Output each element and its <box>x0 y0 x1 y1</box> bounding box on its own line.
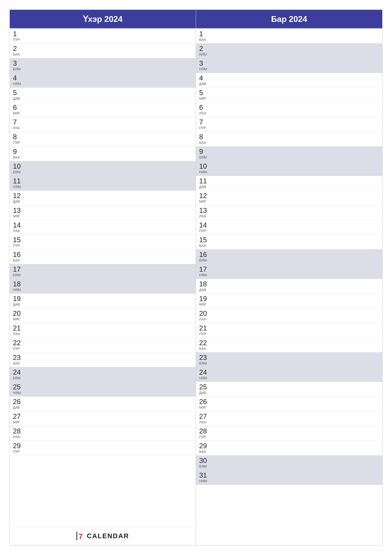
day-number-block: 7 ПҮР <box>199 119 212 130</box>
day-number-block: 9 БЯМ <box>199 148 212 160</box>
day-row: 12 МЯГ <box>196 191 382 205</box>
day-name: ЛХА <box>199 420 212 424</box>
day-row: 27 ЛХА <box>196 411 382 426</box>
day-row: 4 НЯМ <box>10 73 196 88</box>
day-number: 7 <box>199 119 212 126</box>
day-number-block: 6 ЛХА <box>199 104 212 115</box>
day-number: 24 <box>199 369 212 376</box>
day-number-block: 23 БАА <box>13 354 26 365</box>
day-name: ПҮР <box>13 38 26 42</box>
day-row: 1 БАА <box>196 29 382 44</box>
day-number-block: 17 НЯМ <box>199 266 212 277</box>
svg-rect-0 <box>76 532 77 540</box>
day-number: 20 <box>13 310 26 317</box>
day-number-block: 27 МЯГ <box>13 413 26 424</box>
day-row: 5 МЯГ <box>196 88 382 102</box>
day-row: 23 БАА <box>10 352 196 367</box>
day-row: 3 НЯМ <box>196 58 382 73</box>
day-row: 14 ЛХА <box>10 220 196 235</box>
day-number-block: 28 ЛХА <box>13 428 26 439</box>
day-name: ЛХА <box>199 111 212 115</box>
day-number: 22 <box>199 339 212 346</box>
day-number-block: 2 БЯМ <box>199 45 212 57</box>
day-number: 9 <box>13 148 26 155</box>
day-row: 20 ЛХА <box>196 308 382 323</box>
day-row: 15 ПҮР <box>10 235 196 249</box>
day-name: ЛХА <box>13 126 26 130</box>
day-row: 17 БЯМ <box>10 264 196 279</box>
day-number-block: 16 БАА <box>13 251 26 263</box>
day-row: 7 ПҮР <box>196 117 382 132</box>
day-number: 27 <box>13 413 26 420</box>
day-number: 12 <box>13 192 26 199</box>
day-name: ЛХА <box>13 332 26 336</box>
day-row: 18 ДАВ <box>196 279 382 294</box>
day-name: НЯМ <box>13 185 26 189</box>
day-number-block: 21 ПҮР <box>199 325 212 336</box>
day-row: 4 ДАВ <box>196 73 382 88</box>
day-number: 13 <box>199 207 212 214</box>
day-row: 15 БАА <box>196 235 382 249</box>
day-number-block: 26 МЯГ <box>199 398 212 410</box>
day-number: 3 <box>13 60 26 67</box>
day-row: 8 БАА <box>196 132 382 146</box>
day-number: 18 <box>199 280 212 287</box>
day-name: НЯМ <box>199 376 212 380</box>
day-name: МЯГ <box>13 317 26 321</box>
logo-text: CALENDAR <box>87 532 129 540</box>
day-row: 25 НЯМ <box>10 382 196 397</box>
day-number-block: 3 НЯМ <box>199 60 212 71</box>
month-title-right: Бар 2024 <box>271 15 307 24</box>
day-name: БАА <box>199 141 212 145</box>
day-number: 22 <box>13 339 26 346</box>
day-row: 28 ПҮР <box>196 426 382 441</box>
day-number: 25 <box>199 384 212 390</box>
day-number-block: 17 БЯМ <box>13 266 26 277</box>
day-row: 20 МЯГ <box>10 308 196 323</box>
day-number: 27 <box>199 413 212 420</box>
day-name: ПҮР <box>13 347 26 351</box>
day-number-block: 2 БАА <box>13 45 26 57</box>
day-number: 17 <box>199 266 212 273</box>
day-number-block: 20 МЯГ <box>13 310 26 321</box>
day-number: 17 <box>13 266 26 273</box>
day-name: НЯМ <box>13 391 26 395</box>
day-number: 8 <box>199 133 212 140</box>
day-number: 2 <box>13 45 26 52</box>
day-number: 15 <box>13 236 26 243</box>
day-name: ЛХА <box>13 435 26 439</box>
day-number-block: 13 ЛХА <box>199 207 212 218</box>
day-name: МЯГ <box>199 405 212 410</box>
day-name: БАА <box>13 155 26 160</box>
day-number-block: 5 ДАВ <box>13 89 26 101</box>
day-number: 26 <box>13 398 26 405</box>
day-number: 8 <box>13 133 26 140</box>
day-number-block: 18 НЯМ <box>13 280 26 292</box>
day-number-block: 11 ДАВ <box>199 177 212 189</box>
day-row: 10 БЯМ <box>10 161 196 176</box>
day-row: 24 НЯМ <box>196 367 382 382</box>
day-name: БЯМ <box>199 361 212 365</box>
day-number: 25 <box>13 384 26 390</box>
day-name: БАА <box>13 361 26 365</box>
day-row: 31 НЯМ <box>196 470 382 485</box>
day-number-block: 19 МЯГ <box>199 295 212 307</box>
day-row: 5 ДАВ <box>10 88 196 102</box>
day-name: БЯМ <box>13 376 26 380</box>
day-number-block: 20 ЛХА <box>199 310 212 321</box>
day-number: 3 <box>199 60 212 67</box>
day-name: БАА <box>199 38 212 42</box>
day-number-block: 25 НЯМ <box>13 384 26 395</box>
day-number: 26 <box>199 398 212 405</box>
day-name: МЯГ <box>13 111 26 115</box>
day-name: ДАВ <box>199 391 212 395</box>
day-name: НЯМ <box>199 170 212 174</box>
day-name: БЯМ <box>13 67 26 71</box>
day-row: 24 БЯМ <box>10 367 196 382</box>
day-number-block: 4 ДАВ <box>199 74 212 86</box>
day-name: БЯМ <box>199 52 212 57</box>
day-number-block: 14 ЛХА <box>13 222 26 233</box>
day-row: 28 ЛХА <box>10 426 196 441</box>
day-number-block: 15 БАА <box>199 236 212 248</box>
svg-text:7: 7 <box>78 532 83 540</box>
